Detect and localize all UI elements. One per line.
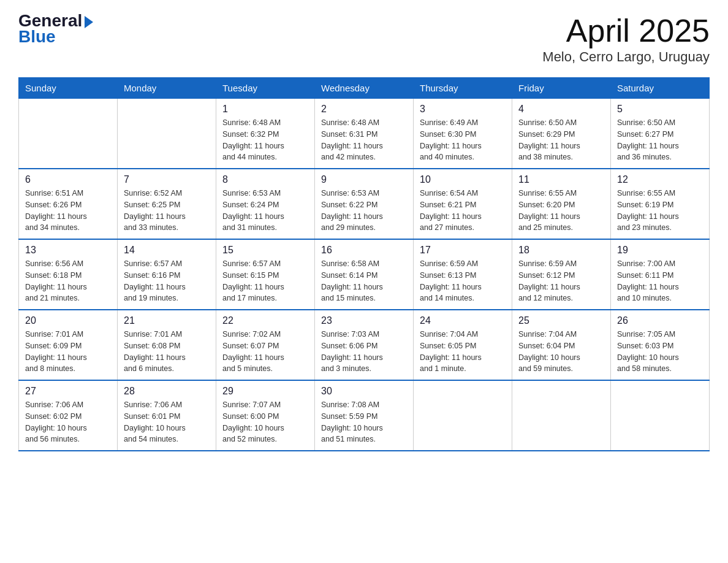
calendar-cell: 7Sunrise: 6:52 AM Sunset: 6:25 PM Daylig…: [118, 169, 216, 239]
calendar-cell: 25Sunrise: 7:04 AM Sunset: 6:04 PM Dayli…: [512, 310, 611, 380]
calendar-cell: 19Sunrise: 7:00 AM Sunset: 6:11 PM Dayli…: [611, 239, 710, 310]
day-number: 6: [25, 174, 111, 185]
calendar-cell: 20Sunrise: 7:01 AM Sunset: 6:09 PM Dayli…: [19, 310, 118, 380]
day-info: Sunrise: 7:02 AM Sunset: 6:07 PM Dayligh…: [222, 329, 308, 375]
col-monday: Monday: [118, 78, 216, 99]
calendar-cell: 26Sunrise: 7:05 AM Sunset: 6:03 PM Dayli…: [611, 310, 710, 380]
calendar-cell: 24Sunrise: 7:04 AM Sunset: 6:05 PM Dayli…: [414, 310, 512, 380]
calendar-cell: [19, 99, 118, 169]
day-number: 2: [321, 104, 407, 115]
day-number: 30: [321, 386, 407, 397]
day-info: Sunrise: 6:56 AM Sunset: 6:18 PM Dayligh…: [25, 258, 111, 304]
day-number: 21: [124, 315, 210, 326]
calendar-cell: 5Sunrise: 6:50 AM Sunset: 6:27 PM Daylig…: [611, 99, 710, 169]
day-info: Sunrise: 7:08 AM Sunset: 5:59 PM Dayligh…: [321, 399, 407, 445]
page-title: April 2025: [542, 12, 710, 49]
day-info: Sunrise: 6:53 AM Sunset: 6:22 PM Dayligh…: [321, 188, 407, 234]
day-number: 9: [321, 174, 407, 185]
day-info: Sunrise: 6:48 AM Sunset: 6:32 PM Dayligh…: [222, 117, 308, 163]
day-number: 15: [222, 245, 308, 256]
calendar-cell: 17Sunrise: 6:59 AM Sunset: 6:13 PM Dayli…: [414, 239, 512, 310]
day-number: 1: [222, 104, 308, 115]
day-number: 25: [518, 315, 604, 326]
col-thursday: Thursday: [414, 78, 512, 99]
day-info: Sunrise: 6:50 AM Sunset: 6:29 PM Dayligh…: [518, 117, 604, 163]
day-info: Sunrise: 7:04 AM Sunset: 6:04 PM Dayligh…: [518, 329, 604, 375]
day-number: 5: [617, 104, 703, 115]
logo-blue: Blue: [18, 28, 56, 45]
day-info: Sunrise: 7:06 AM Sunset: 6:02 PM Dayligh…: [25, 399, 111, 445]
calendar-cell: [118, 99, 216, 169]
calendar-cell: 12Sunrise: 6:55 AM Sunset: 6:19 PM Dayli…: [611, 169, 710, 239]
day-number: 18: [518, 245, 604, 256]
day-number: 7: [124, 174, 210, 185]
day-number: 20: [25, 315, 111, 326]
day-number: 27: [25, 386, 111, 397]
calendar-cell: [611, 380, 710, 451]
calendar-cell: 9Sunrise: 6:53 AM Sunset: 6:22 PM Daylig…: [315, 169, 414, 239]
calendar-cell: 28Sunrise: 7:06 AM Sunset: 6:01 PM Dayli…: [118, 380, 216, 451]
day-info: Sunrise: 6:57 AM Sunset: 6:16 PM Dayligh…: [124, 258, 210, 304]
page-subtitle: Melo, Cerro Largo, Uruguay: [542, 49, 710, 65]
col-tuesday: Tuesday: [216, 78, 315, 99]
page-header: General Blue April 2025 Melo, Cerro Larg…: [18, 12, 710, 65]
col-wednesday: Wednesday: [315, 78, 414, 99]
week-row-3: 13Sunrise: 6:56 AM Sunset: 6:18 PM Dayli…: [19, 239, 710, 310]
calendar-cell: 11Sunrise: 6:55 AM Sunset: 6:20 PM Dayli…: [512, 169, 611, 239]
day-number: 14: [124, 245, 210, 256]
day-info: Sunrise: 6:55 AM Sunset: 6:20 PM Dayligh…: [518, 188, 604, 234]
col-saturday: Saturday: [611, 78, 710, 99]
calendar-cell: 16Sunrise: 6:58 AM Sunset: 6:14 PM Dayli…: [315, 239, 414, 310]
day-number: 13: [25, 245, 111, 256]
day-number: 12: [617, 174, 703, 185]
day-info: Sunrise: 6:55 AM Sunset: 6:19 PM Dayligh…: [617, 188, 703, 234]
day-number: 22: [222, 315, 308, 326]
day-number: 29: [222, 386, 308, 397]
day-info: Sunrise: 6:59 AM Sunset: 6:12 PM Dayligh…: [518, 258, 604, 304]
day-number: 3: [420, 104, 506, 115]
day-number: 19: [617, 245, 703, 256]
day-info: Sunrise: 6:57 AM Sunset: 6:15 PM Dayligh…: [222, 258, 308, 304]
day-info: Sunrise: 7:07 AM Sunset: 6:00 PM Dayligh…: [222, 399, 308, 445]
day-info: Sunrise: 6:58 AM Sunset: 6:14 PM Dayligh…: [321, 258, 407, 304]
day-info: Sunrise: 6:52 AM Sunset: 6:25 PM Dayligh…: [124, 188, 210, 234]
day-info: Sunrise: 7:01 AM Sunset: 6:09 PM Dayligh…: [25, 329, 111, 375]
calendar-cell: 23Sunrise: 7:03 AM Sunset: 6:06 PM Dayli…: [315, 310, 414, 380]
day-number: 8: [222, 174, 308, 185]
day-info: Sunrise: 6:49 AM Sunset: 6:30 PM Dayligh…: [420, 117, 506, 163]
calendar-cell: [414, 380, 512, 451]
calendar-cell: 18Sunrise: 6:59 AM Sunset: 6:12 PM Dayli…: [512, 239, 611, 310]
calendar-cell: 21Sunrise: 7:01 AM Sunset: 6:08 PM Dayli…: [118, 310, 216, 380]
calendar-cell: 2Sunrise: 6:48 AM Sunset: 6:31 PM Daylig…: [315, 99, 414, 169]
col-friday: Friday: [512, 78, 611, 99]
calendar-cell: 1Sunrise: 6:48 AM Sunset: 6:32 PM Daylig…: [216, 99, 315, 169]
week-row-4: 20Sunrise: 7:01 AM Sunset: 6:09 PM Dayli…: [19, 310, 710, 380]
day-info: Sunrise: 6:51 AM Sunset: 6:26 PM Dayligh…: [25, 188, 111, 234]
day-number: 11: [518, 174, 604, 185]
logo: General Blue: [18, 12, 93, 45]
week-row-1: 1Sunrise: 6:48 AM Sunset: 6:32 PM Daylig…: [19, 99, 710, 169]
calendar-cell: 27Sunrise: 7:06 AM Sunset: 6:02 PM Dayli…: [19, 380, 118, 451]
day-info: Sunrise: 7:05 AM Sunset: 6:03 PM Dayligh…: [617, 329, 703, 375]
day-info: Sunrise: 7:04 AM Sunset: 6:05 PM Dayligh…: [420, 329, 506, 375]
day-info: Sunrise: 7:03 AM Sunset: 6:06 PM Dayligh…: [321, 329, 407, 375]
day-info: Sunrise: 6:53 AM Sunset: 6:24 PM Dayligh…: [222, 188, 308, 234]
day-number: 10: [420, 174, 506, 185]
week-row-2: 6Sunrise: 6:51 AM Sunset: 6:26 PM Daylig…: [19, 169, 710, 239]
logo-arrow-icon: [85, 16, 93, 28]
day-number: 24: [420, 315, 506, 326]
calendar-cell: 8Sunrise: 6:53 AM Sunset: 6:24 PM Daylig…: [216, 169, 315, 239]
calendar-table: Sunday Monday Tuesday Wednesday Thursday…: [18, 77, 710, 451]
calendar-cell: [512, 380, 611, 451]
day-info: Sunrise: 7:06 AM Sunset: 6:01 PM Dayligh…: [124, 399, 210, 445]
week-row-5: 27Sunrise: 7:06 AM Sunset: 6:02 PM Dayli…: [19, 380, 710, 451]
day-info: Sunrise: 6:48 AM Sunset: 6:31 PM Dayligh…: [321, 117, 407, 163]
calendar-cell: 29Sunrise: 7:07 AM Sunset: 6:00 PM Dayli…: [216, 380, 315, 451]
calendar-cell: 13Sunrise: 6:56 AM Sunset: 6:18 PM Dayli…: [19, 239, 118, 310]
day-number: 28: [124, 386, 210, 397]
day-number: 26: [617, 315, 703, 326]
calendar-cell: 6Sunrise: 6:51 AM Sunset: 6:26 PM Daylig…: [19, 169, 118, 239]
col-sunday: Sunday: [19, 78, 118, 99]
calendar-cell: 30Sunrise: 7:08 AM Sunset: 5:59 PM Dayli…: [315, 380, 414, 451]
day-info: Sunrise: 7:00 AM Sunset: 6:11 PM Dayligh…: [617, 258, 703, 304]
